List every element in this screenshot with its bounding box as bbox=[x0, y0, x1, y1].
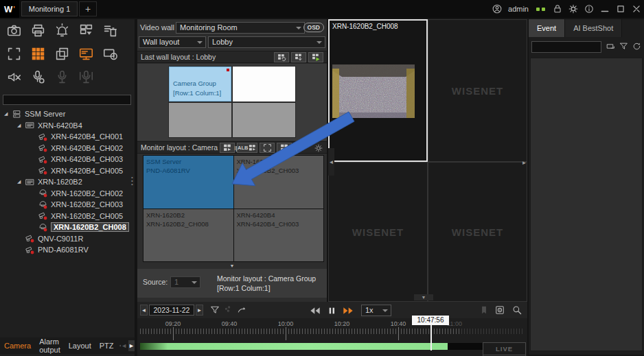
source-select[interactable]: 1 bbox=[170, 276, 200, 288]
expander-icon[interactable]: ◢ bbox=[4, 111, 10, 117]
live-button[interactable]: LIVE bbox=[483, 343, 525, 355]
tree-item-xrn-6420b4_ch001[interactable]: XRN-6420B4_CH001 bbox=[0, 131, 135, 143]
maximize-button[interactable] bbox=[616, 4, 625, 14]
add-tab-button[interactable]: + bbox=[79, 1, 97, 16]
mic-icon[interactable] bbox=[55, 70, 69, 84]
tree-item-label: XRN-1620B2 bbox=[38, 178, 82, 186]
video-tile-1[interactable]: XRN-1620B2_CH008 bbox=[328, 19, 428, 162]
last-wall-layout-label: Last wall layout : Lobby bbox=[141, 53, 216, 61]
speaker-off-icon[interactable] bbox=[7, 70, 21, 84]
close-button[interactable] bbox=[632, 4, 641, 14]
mic-broadcast-icon[interactable] bbox=[79, 70, 93, 84]
date-prev-button[interactable]: ◄ bbox=[140, 305, 148, 316]
video-tile-2[interactable]: WISENET bbox=[428, 19, 527, 162]
gear-icon[interactable] bbox=[568, 4, 578, 14]
timeline-filter-icon[interactable] bbox=[210, 305, 220, 315]
wall-preview-cell-4[interactable] bbox=[233, 103, 295, 138]
layout-delete-icon[interactable] bbox=[103, 23, 117, 38]
playback-speed-select[interactable]: 1x bbox=[361, 305, 391, 316]
tab-alarm-output[interactable]: Alarm output bbox=[35, 337, 65, 354]
wall-preview-cell-2[interactable] bbox=[233, 67, 295, 102]
tree-item-xrn-1620b2[interactable]: ◢XRN-1620B2 bbox=[0, 176, 135, 188]
minimize-button[interactable] bbox=[600, 4, 610, 14]
layout-save-icon[interactable] bbox=[291, 52, 306, 62]
print-icon[interactable] bbox=[31, 23, 45, 38]
fullscreen-icon[interactable] bbox=[7, 47, 21, 61]
monitor-settings-icon[interactable] bbox=[314, 144, 323, 152]
pause-button[interactable] bbox=[327, 305, 336, 316]
monitor-icon[interactable] bbox=[79, 47, 93, 61]
auto-track-icon[interactable] bbox=[237, 305, 246, 315]
tree-item-qnv-c9011r[interactable]: QNV-C9011R bbox=[0, 233, 135, 245]
monitor-cell-3[interactable]: XRN-1620B2XRN-1620B2_CH008 bbox=[143, 209, 233, 262]
panel-collapse-down-icon[interactable]: ▼ bbox=[414, 294, 433, 300]
monitor-cell-1[interactable]: SSM ServerPND-A6081RV bbox=[143, 156, 233, 209]
grid-layout-icon[interactable] bbox=[31, 47, 45, 61]
filter-icon[interactable] bbox=[619, 42, 628, 51]
tree-item-pnd-a6081rv[interactable]: PND-A6081RV bbox=[0, 244, 135, 256]
pattern-icon[interactable] bbox=[55, 47, 69, 61]
wall-layout-name-select[interactable]: Lobby bbox=[208, 36, 325, 48]
tree-item-xrn-6420b4[interactable]: ◢XRN-6420B4 bbox=[0, 120, 135, 132]
tab-layout[interactable]: Layout bbox=[65, 342, 95, 350]
tab-ai-bestshot[interactable]: AI BestShot bbox=[565, 19, 622, 37]
tree-item-xrn-6420b4_ch003[interactable]: XRN-6420B4_CH003 bbox=[0, 154, 135, 165]
panel-collapse-left-icon[interactable]: ◄ bbox=[328, 148, 334, 176]
tick-mark bbox=[428, 329, 429, 334]
info-icon[interactable] bbox=[584, 4, 594, 14]
date-next-button[interactable]: ► bbox=[196, 305, 203, 316]
tick-mark bbox=[341, 329, 341, 334]
wall-layout-select[interactable]: Wall layout bbox=[139, 36, 206, 48]
expander-icon[interactable]: ◢ bbox=[17, 179, 23, 185]
expander-icon[interactable]: ◢ bbox=[17, 123, 23, 128]
tab-camera[interactable]: Camera bbox=[0, 342, 35, 350]
tree-item-xrn-1620b2_ch005[interactable]: XRN-1620B2_CH005 bbox=[0, 211, 135, 222]
layout-send-icon[interactable] bbox=[277, 143, 292, 153]
osd-button[interactable]: OSD bbox=[303, 23, 324, 32]
monitor-info-icon[interactable] bbox=[103, 47, 117, 61]
tab-event[interactable]: Event bbox=[529, 19, 565, 37]
tab-monitoring-1[interactable]: Monitoring 1 bbox=[21, 1, 78, 16]
layout-restore-icon[interactable] bbox=[274, 52, 289, 62]
wall-preview-cell-3[interactable] bbox=[169, 103, 231, 138]
tab-scroll-right-icon[interactable]: ► bbox=[128, 340, 135, 351]
tree-splitter-grip[interactable]: ••• bbox=[131, 176, 134, 187]
tree-item-xrn-1620b2_ch008[interactable]: XRN-1620B2_CH008 bbox=[0, 222, 135, 233]
video-tile-4[interactable]: WISENET bbox=[428, 162, 527, 302]
monitor-cell-2[interactable]: XRN-1620B2XRN-1620B2_CH003 bbox=[234, 156, 324, 209]
tree-item-ssm server[interactable]: ◢SSM Server bbox=[0, 108, 135, 120]
rewind-button[interactable] bbox=[309, 305, 321, 316]
tree-item-xrn-1620b2_ch002[interactable]: XRN-1620B2_CH002 bbox=[0, 188, 135, 200]
timeline-zoom-icon[interactable] bbox=[512, 305, 522, 315]
device-search-input[interactable] bbox=[3, 95, 131, 105]
layout-select-icon[interactable] bbox=[79, 23, 93, 38]
fast-forward-button[interactable] bbox=[342, 305, 354, 316]
monitor-cell-4[interactable]: XRN-6420B4XRN-6420B4_CH003 bbox=[234, 209, 324, 262]
tick-mark bbox=[321, 329, 322, 334]
video-tile-3[interactable]: WISENET bbox=[328, 162, 428, 302]
tab-ptz[interactable]: PTZ bbox=[95, 342, 118, 350]
alb-layout-icon[interactable]: ALB bbox=[237, 143, 257, 153]
collapse-handle-icon[interactable]: ▼ bbox=[225, 263, 239, 268]
layout-apply-icon[interactable] bbox=[220, 143, 235, 153]
tree-item-xrn-1620b2_ch003[interactable]: XRN-1620B2_CH003 bbox=[0, 199, 135, 211]
snapshot-icon[interactable] bbox=[7, 23, 21, 38]
export-icon[interactable] bbox=[495, 305, 505, 315]
event-select-icon[interactable] bbox=[606, 42, 615, 51]
mode-switch: LIVE PLAYBACK bbox=[483, 342, 526, 356]
lock-icon[interactable] bbox=[553, 4, 562, 14]
layout-run-icon[interactable] bbox=[308, 52, 323, 62]
wall-preview-cell-1[interactable]: Camera Group[Row:1 Colum:1] bbox=[169, 67, 231, 102]
tree-item-xrn-6420b4_ch002[interactable]: XRN-6420B4_CH002 bbox=[0, 143, 135, 154]
event-search-input[interactable] bbox=[531, 41, 601, 53]
tree-item-xrn-6420b4_ch005[interactable]: XRN-6420B4_CH005 bbox=[0, 165, 135, 177]
mic-settings-icon[interactable] bbox=[31, 70, 45, 84]
video-wall-select[interactable]: Monitoring Room bbox=[176, 22, 305, 34]
date-display[interactable]: 2023-11-22 bbox=[149, 305, 194, 316]
refresh-icon[interactable] bbox=[632, 42, 641, 51]
alarm-icon[interactable] bbox=[55, 23, 69, 38]
monitor-cell-channel: PND-A6081RV bbox=[146, 166, 231, 175]
timeline-track[interactable]: LIVE PLAYBACK 09:2009:4010:0010:2010:401… bbox=[137, 320, 527, 356]
panel-collapse-right-icon[interactable]: ► bbox=[521, 156, 527, 169]
fit-screen-icon[interactable] bbox=[260, 143, 275, 153]
